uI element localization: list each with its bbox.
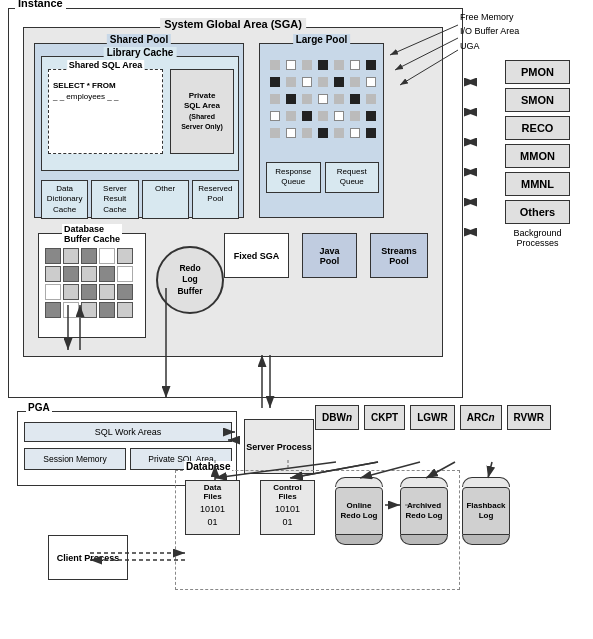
dbc-box: DatabaseBuffer Cache: [38, 233, 146, 338]
dot: [270, 60, 280, 70]
large-pool-sub: ResponseQueue RequestQueue: [266, 162, 379, 193]
flashback-log-label: FlashbackLog: [466, 501, 505, 522]
sp-sub-other: Other: [142, 180, 189, 219]
dbc-grid: [43, 246, 135, 320]
dbc-cell: [45, 284, 61, 300]
dot: [318, 77, 328, 87]
arcn-box: ARCn: [460, 405, 502, 430]
dot: [318, 128, 328, 138]
pga-label: PGA: [26, 402, 52, 413]
archived-redo-label: ArchivedRedo Log: [406, 501, 443, 522]
private-sql-label: PrivateSQL Area(SharedServer Only): [181, 91, 223, 133]
bottom-proc-row: DBWn CKPT LGWR ARCn RVWR: [315, 405, 551, 430]
database-label: Database: [184, 461, 232, 472]
dot: [366, 77, 376, 87]
fixed-sga-label: Fixed SGA: [234, 251, 280, 261]
cylinder-top: [400, 477, 448, 487]
control-files-label: ControlFiles: [261, 481, 314, 501]
pmon-box: PMON: [505, 60, 570, 84]
dbc-cell: [117, 248, 133, 264]
dot: [302, 128, 312, 138]
dot: [366, 94, 376, 104]
bg-processes-panel: PMON SMON RECO MMON MMNL Others Backgrou…: [480, 60, 593, 248]
cylinder-body: FlashbackLog: [462, 487, 510, 535]
dbc-cell: [99, 284, 115, 300]
free-memory-label: Free Memory: [460, 10, 519, 24]
request-queue-box: RequestQueue: [325, 162, 380, 193]
dbc-cell: [81, 284, 97, 300]
dbwn-box: DBWn: [315, 405, 359, 430]
online-redo-label: OnlineRedo Log: [341, 501, 378, 522]
client-process-label: Client Process: [57, 553, 120, 563]
others-box: Others: [505, 200, 570, 224]
dbc-cell: [117, 302, 133, 318]
dot: [366, 111, 376, 121]
lgwr-box: LGWR: [410, 405, 455, 430]
instance-label: Instance: [15, 0, 66, 9]
streams-pool-box: StreamsPool: [370, 233, 428, 278]
cylinder-body: OnlineRedo Log: [335, 487, 383, 535]
dot: [334, 60, 344, 70]
dbc-cell: [81, 248, 97, 264]
dot: [286, 111, 296, 121]
dbc-cell: [63, 302, 79, 318]
dots-area: [266, 56, 379, 146]
uga-label: UGA: [460, 39, 519, 53]
dot: [286, 94, 296, 104]
library-cache-label: Library Cache: [104, 47, 177, 58]
sp-sub-boxes: DataDictionaryCache ServerResultCache Ot…: [41, 180, 239, 219]
java-pool-box: JavaPool: [302, 233, 357, 278]
cylinder-bottom: [462, 535, 510, 545]
cylinder-bottom: [335, 535, 383, 545]
dot: [318, 94, 328, 104]
dbc-cell: [99, 302, 115, 318]
svg-line-18: [488, 462, 492, 478]
shared-pool-label: Shared Pool: [107, 34, 171, 45]
dot: [270, 77, 280, 87]
dot: [366, 60, 376, 70]
response-queue-box: ResponseQueue: [266, 162, 321, 193]
dot: [302, 77, 312, 87]
dbc-cell: [99, 248, 115, 264]
dot: [334, 111, 344, 121]
client-process-box: Client Process: [48, 535, 128, 580]
sql-work-areas: SQL Work Areas: [24, 422, 232, 442]
dbc-cell: [117, 266, 133, 282]
reco-box: RECO: [505, 116, 570, 140]
dbc-cell: [81, 302, 97, 318]
data-files-label: DataFiles: [186, 481, 239, 501]
sga-box: System Global Area (SGA) Shared Pool Lib…: [23, 27, 443, 357]
dot: [286, 60, 296, 70]
shared-pool-box: Shared Pool Library Cache Shared SQL Are…: [34, 43, 244, 218]
dot: [334, 94, 344, 104]
mmnl-box: MMNL: [505, 172, 570, 196]
dot: [270, 128, 280, 138]
dot: [318, 111, 328, 121]
dot: [302, 94, 312, 104]
online-redo-log: OnlineRedo Log: [335, 477, 383, 545]
ckpt-box: CKPT: [364, 405, 405, 430]
server-process-label: Server Process: [246, 442, 312, 452]
control-files-box: ControlFiles 10101 01: [260, 480, 315, 535]
dot: [318, 60, 328, 70]
dot: [302, 111, 312, 121]
shared-sql-box: Shared SQL Area SELECT * FROM _ _ employ…: [48, 69, 163, 154]
rvwr-box: RVWR: [507, 405, 551, 430]
dot: [350, 111, 360, 121]
library-cache-box: Library Cache Shared SQL Area SELECT * F…: [41, 56, 239, 171]
sp-sub-data-dict: DataDictionaryCache: [41, 180, 88, 219]
dbc-cell: [45, 266, 61, 282]
dot: [366, 128, 376, 138]
dot: [334, 128, 344, 138]
dot: [270, 94, 280, 104]
dot: [302, 60, 312, 70]
redo-label: RedoLogBuffer: [177, 263, 202, 296]
instance-box: Instance System Global Area (SGA) Shared…: [8, 8, 463, 398]
sql-line2: _ _ employees _ _: [53, 91, 118, 102]
cylinder-body: ArchivedRedo Log: [400, 487, 448, 535]
dbc-label: DatabaseBuffer Cache: [62, 224, 122, 244]
private-sql-box: PrivateSQL Area(SharedServer Only): [170, 69, 234, 154]
bg-processes-label: BackgroundProcesses: [480, 228, 593, 248]
diagram-container: Instance System Global Area (SGA) Shared…: [0, 0, 593, 639]
java-pool-label: JavaPool: [319, 246, 339, 266]
